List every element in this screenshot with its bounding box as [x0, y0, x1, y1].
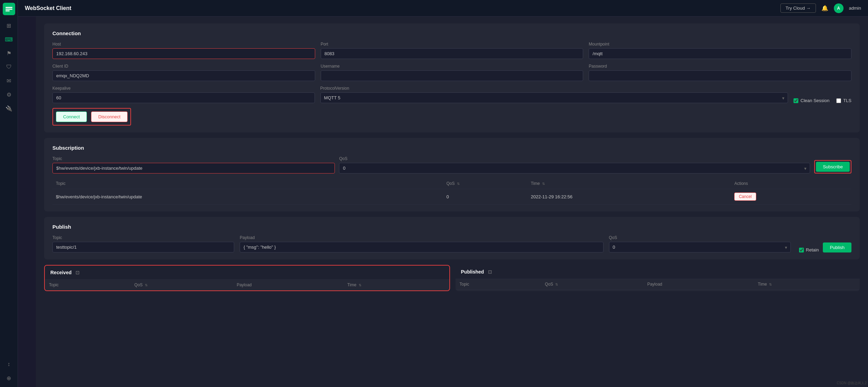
published-copy-button[interactable]: ⊡ [487, 268, 493, 275]
sub-qos-group: QoS 0 1 2 [339, 156, 810, 173]
keepalive-input[interactable] [52, 92, 315, 103]
host-input[interactable] [52, 48, 315, 59]
connect-button[interactable]: Connect [56, 111, 87, 122]
subscribe-button[interactable]: Subscribe [816, 162, 850, 172]
retain-publish-row: Retain Publish [799, 242, 851, 252]
subscription-title: Subscription [52, 145, 851, 151]
col-actions: Actions [731, 178, 851, 189]
mountpoint-group: Mountpoint [589, 42, 851, 59]
received-col-time: Time ⇅ [343, 280, 449, 290]
port-input[interactable] [321, 48, 583, 59]
sub-topic-label: Topic [52, 156, 335, 161]
header-right: Try Cloud → 🔔 A admin [780, 3, 861, 13]
connection-buttons: Connect Disconnect [52, 108, 851, 126]
mountpoint-input[interactable] [589, 48, 851, 59]
bottom-panels: Received ⊡ Topic QoS ⇅ Payload [44, 265, 860, 291]
admin-label: admin [849, 6, 861, 11]
clean-session-checkbox[interactable] [794, 98, 798, 103]
password-input[interactable] [589, 70, 851, 81]
disconnect-button[interactable]: Disconnect [91, 111, 128, 122]
watermark: CSDN @路边闲人2 [837, 381, 867, 386]
try-cloud-button[interactable]: Try Cloud → [780, 3, 816, 13]
subscription-table: Topic QoS ⇅ Time ⇅ Actions [52, 178, 851, 205]
username-input[interactable] [321, 70, 583, 81]
received-col-topic: Topic [45, 280, 130, 290]
sidebar-item-messages[interactable]: ✉ [3, 75, 15, 87]
pub-qos-select-wrapper: 0 1 2 [609, 242, 791, 252]
username-group: Username [321, 64, 583, 81]
main-content: Connection Host Port Mountpoint Client I… [36, 17, 868, 387]
subscription-row-0: $hw/events/device/jxb-instance/twin/upda… [52, 189, 851, 205]
sidebar-item-plugins[interactable]: 🔌 [3, 102, 15, 115]
connection-row-1: Host Port Mountpoint [52, 42, 851, 59]
sidebar-item-security[interactable]: 🛡 [3, 61, 15, 73]
sub-topic-input[interactable] [52, 163, 335, 173]
app-title: WebSocket Client [25, 5, 71, 11]
pub-qos-select[interactable]: 0 1 2 [609, 242, 791, 252]
connection-row-3: Keepalive ProtocolVersion MQTT 5 MQTT 3.… [52, 86, 851, 103]
sidebar-item-extensions[interactable]: ⊕ [3, 372, 15, 384]
pub-topic-group: Topic [52, 235, 234, 252]
sidebar-item-transfer[interactable]: ↕ [3, 358, 15, 370]
mountpoint-label: Mountpoint [589, 42, 851, 47]
protocol-select[interactable]: MQTT 5 MQTT 3.1.1 [320, 92, 788, 103]
pub-topic-input[interactable] [52, 242, 234, 252]
clientid-input[interactable] [52, 70, 315, 81]
received-copy-button[interactable]: ⊡ [74, 269, 81, 276]
pub-payload-input[interactable] [240, 242, 603, 252]
sidebar-item-client[interactable]: ⌨ [3, 33, 15, 46]
tls-checkbox[interactable] [836, 98, 841, 103]
keepalive-group: Keepalive [52, 86, 315, 103]
password-group: Password [589, 64, 851, 81]
header: WebSocket Client Try Cloud → 🔔 A admin [18, 0, 868, 17]
received-col-qos: QoS ⇅ [130, 280, 233, 290]
received-qos-sort: ⇅ [145, 283, 148, 287]
col-qos: QoS ⇅ [443, 178, 528, 189]
subscribe-btn-container: Subscribe [814, 160, 851, 173]
received-time-sort: ⇅ [359, 283, 361, 287]
connection-checkboxes: Clean Session TLS [794, 98, 851, 103]
connection-title: Connection [52, 30, 851, 36]
subscription-section: Subscription Topic QoS 0 1 2 Subsc [44, 138, 860, 211]
svg-rect-2 [6, 10, 10, 11]
host-group: Host [52, 42, 315, 59]
published-table-head: Topic QoS ⇅ Payload Time ⇅ [456, 279, 860, 290]
received-table: Topic QoS ⇅ Payload Time ⇅ [45, 280, 449, 290]
clean-session-check[interactable]: Clean Session [794, 98, 829, 103]
password-label: Password [589, 64, 851, 69]
retain-check[interactable]: Retain [799, 247, 819, 252]
avatar: A [834, 3, 844, 13]
bell-icon[interactable]: 🔔 [821, 5, 828, 11]
published-title: Published [461, 269, 484, 275]
tls-label: TLS [843, 98, 851, 103]
retain-checkbox[interactable] [799, 248, 804, 252]
flags-group: Clean Session TLS [794, 98, 851, 103]
sidebar-item-settings[interactable]: ⚙ [3, 88, 15, 101]
received-col-payload: Payload [232, 280, 343, 290]
sub-row-action: Cancel [731, 189, 851, 205]
received-panel-header: Received ⊡ [45, 266, 449, 280]
sidebar-item-rules[interactable]: ⚑ [3, 47, 15, 59]
published-table: Topic QoS ⇅ Payload Time ⇅ [456, 279, 860, 290]
protocol-label: ProtocolVersion [320, 86, 788, 91]
publish-button[interactable]: Publish [823, 242, 851, 252]
pub-payload-group: Payload [240, 235, 603, 252]
publish-form-row: Topic Payload QoS 0 1 2 [52, 235, 851, 252]
protocol-group: ProtocolVersion MQTT 5 MQTT 3.1.1 [320, 86, 788, 103]
subscribe-form-row: Topic QoS 0 1 2 Subscribe [52, 156, 851, 173]
sidebar-item-dashboard[interactable]: ⊞ [3, 19, 15, 32]
port-label: Port [321, 42, 583, 47]
sub-qos-label: QoS [339, 156, 810, 161]
published-panel: Published ⊡ Topic QoS ⇅ Payload [456, 265, 860, 291]
received-title: Received [50, 270, 71, 275]
clientid-group: Client ID [52, 64, 315, 81]
host-label: Host [52, 42, 315, 47]
sub-qos-select[interactable]: 0 1 2 [339, 163, 810, 173]
qos-sort-icon: ⇅ [457, 182, 460, 186]
published-header-row: Topic QoS ⇅ Payload Time ⇅ [456, 279, 860, 290]
clean-session-label: Clean Session [800, 98, 829, 103]
cancel-button[interactable]: Cancel [734, 192, 756, 201]
clientid-label: Client ID [52, 64, 315, 69]
received-table-head: Topic QoS ⇅ Payload Time ⇅ [45, 280, 449, 290]
tls-check[interactable]: TLS [836, 98, 851, 103]
